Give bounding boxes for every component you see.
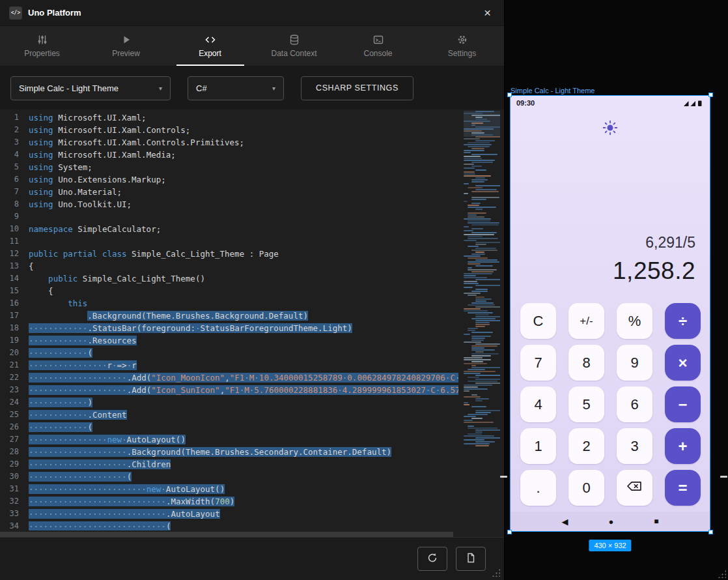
horizontal-scrollbar-thumb[interactable] [0, 532, 453, 537]
minimap-line [471, 338, 485, 339]
calc-key-5[interactable]: 5 [568, 386, 604, 422]
line-number: 1 [0, 111, 29, 124]
calc-key-8[interactable]: 8 [568, 345, 604, 381]
line-number: 28 [0, 446, 29, 458]
selection-handle[interactable] [507, 93, 512, 97]
code-line: 22····················.Add("Icon_MoonIco… [0, 371, 458, 384]
calc-key-7[interactable]: 7 [520, 345, 556, 381]
minimap-line [475, 279, 500, 280]
calc-key-backspace[interactable] [617, 470, 652, 506]
minimap-line [471, 166, 482, 167]
minimap-line [468, 414, 488, 415]
code-line: 5using System; [0, 161, 458, 173]
tab-export[interactable]: Export [168, 26, 252, 66]
csharp-settings-button[interactable]: CSHARP SETTINGS [301, 76, 413, 100]
calc-key-3[interactable]: 3 [617, 428, 652, 464]
line-number: 31 [0, 483, 29, 495]
horizontal-scrollbar[interactable] [0, 532, 453, 537]
file-icon [465, 552, 477, 566]
design-canvas[interactable]: Simple Calc - Light Theme 09:30 [505, 0, 728, 580]
phone-frame[interactable]: 09:30 6,291/5 1,258.2 [510, 95, 710, 532]
minimap-line [464, 416, 476, 417]
tab-label: Preview [112, 49, 140, 58]
minimap-line [475, 300, 486, 302]
calc-key-6[interactable]: 6 [617, 386, 652, 422]
minimap-line [464, 283, 479, 284]
calc-key-0[interactable]: 0 [568, 470, 604, 506]
minimap-line [464, 158, 482, 159]
selection-handle[interactable] [507, 530, 512, 534]
code-line: 8using Uno.Toolkit.UI; [0, 198, 458, 210]
line-content: using Uno.Extensions.Markup; [29, 173, 458, 186]
calc-key-9[interactable]: 9 [617, 345, 652, 381]
calc-key-equals[interactable]: = [665, 470, 701, 506]
refresh-button[interactable] [417, 547, 447, 571]
code-lines: 1using Microsoft.UI.Xaml;2using Microsof… [0, 111, 458, 530]
minimap-line [475, 169, 486, 171]
minimap-line [471, 123, 483, 124]
minimap-line [464, 373, 481, 374]
line-content: ····················( [29, 471, 458, 483]
frame-label[interactable]: Simple Calc - Light Theme [511, 87, 595, 94]
close-button[interactable]: × [480, 5, 495, 20]
tab-preview[interactable]: Preview [84, 26, 168, 66]
calc-key-decimal[interactable]: . [520, 470, 556, 506]
pane-resize-handle[interactable] [500, 476, 507, 478]
code-line: 20············( [0, 347, 458, 359]
code-line: 18············.StatusBar(foreground:·Sta… [0, 322, 458, 334]
line-number: 7 [0, 186, 29, 198]
minimap-line [468, 433, 482, 435]
home-button[interactable]: ● [608, 517, 613, 527]
calc-key-4[interactable]: 4 [520, 386, 556, 422]
minimap-line [475, 185, 500, 186]
panel-resize-grip[interactable] [492, 568, 500, 577]
theme-toggle[interactable] [511, 119, 710, 136]
chevron-down-icon: ▾ [159, 85, 162, 92]
component-dropdown[interactable]: Simple Calc - Light Theme ▾ [10, 76, 171, 100]
calc-key-2[interactable]: 2 [568, 428, 604, 464]
minimap-line [471, 154, 497, 155]
tab-settings[interactable]: Settings [420, 26, 504, 66]
minimap-line [468, 328, 478, 329]
minimap-line [471, 353, 499, 355]
tab-data-context[interactable]: Data Context [252, 26, 336, 66]
minimap-line [464, 156, 481, 157]
selection-handle[interactable] [708, 530, 713, 534]
calc-key-minus[interactable]: − [665, 386, 701, 422]
minimap-line [471, 124, 475, 126]
minimap-line [468, 246, 479, 247]
export-file-button[interactable] [456, 547, 486, 571]
canvas-scroll-indicator[interactable] [720, 476, 727, 478]
code-editor[interactable]: 1using Microsoft.UI.Xaml;2using Microsof… [0, 109, 504, 537]
minimap-line [468, 330, 475, 331]
export-toolbar: Simple Calc - Light Theme ▾ C# ▾ CSHARP … [0, 66, 504, 109]
calc-key-1[interactable]: 1 [520, 428, 556, 464]
calc-key-multiply[interactable]: × [665, 345, 701, 381]
minimap-line [471, 181, 484, 182]
minimap-line [464, 420, 473, 421]
minimap-line [471, 197, 499, 198]
minimap-line [464, 130, 482, 132]
calc-key-plus[interactable]: + [665, 428, 701, 464]
minimap-line [464, 404, 469, 405]
recents-button[interactable]: ■ [654, 517, 658, 526]
code-line: 28····················.Background(Theme.… [0, 446, 458, 458]
window-resize-grip[interactable] [718, 570, 726, 578]
calc-key-plus-minus[interactable]: +/- [568, 303, 604, 339]
window-titlebar: </> Uno Platform × [0, 0, 504, 26]
calc-key-clear[interactable]: C [520, 303, 556, 339]
language-dropdown[interactable]: C# ▾ [188, 76, 284, 100]
selection-handle[interactable] [708, 93, 713, 97]
calc-key-percent[interactable]: % [617, 303, 652, 339]
plugin-panel: </> Uno Platform × PropertiesPreviewExpo… [0, 0, 505, 580]
minimap-line [464, 218, 491, 220]
code-line: 31························new·AutoLayout… [0, 483, 458, 495]
tab-console[interactable]: Console [336, 26, 420, 66]
minimap[interactable] [464, 111, 500, 527]
back-button[interactable]: ◀ [561, 517, 568, 527]
calc-key-divide[interactable]: ÷ [665, 303, 701, 339]
code-line: 16 this [0, 297, 458, 310]
minimap-line [471, 134, 493, 136]
minimap-line [475, 326, 485, 327]
tab-properties[interactable]: Properties [0, 26, 84, 66]
